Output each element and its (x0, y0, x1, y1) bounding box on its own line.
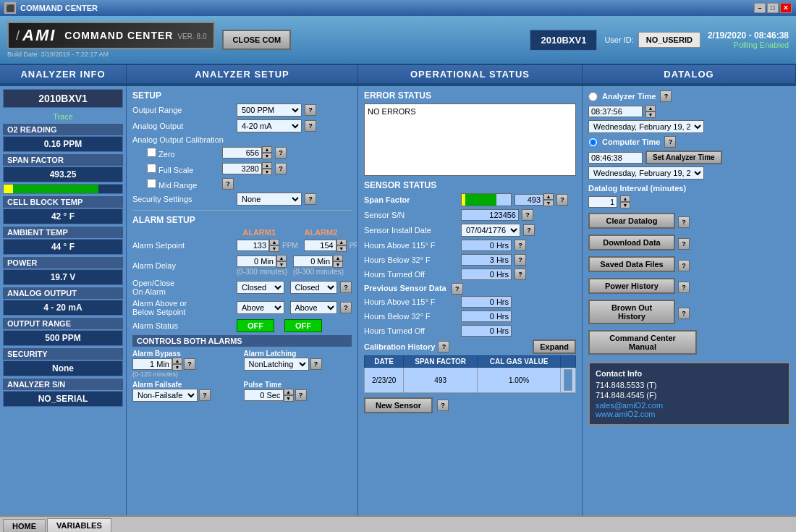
alarm2-delay-input[interactable] (293, 256, 333, 267)
hours-off-help[interactable]: ? (515, 269, 526, 280)
fullscale-input[interactable] (222, 163, 262, 174)
computer-time-input[interactable] (588, 152, 643, 164)
fullscale-up[interactable]: ▲ (262, 162, 272, 169)
above-below-help[interactable]: ? (340, 302, 352, 313)
hours-above-115-help[interactable]: ? (515, 240, 526, 251)
alarm-bypass-input[interactable] (132, 358, 172, 370)
computer-time-radio[interactable] (588, 138, 598, 147)
sensor-install-date-select[interactable]: 07/04/1776 (461, 224, 520, 237)
analyzer-date-select[interactable]: Wednesday, February 19, 2020 (588, 120, 704, 133)
hours-above-115-input[interactable] (461, 240, 512, 251)
analyzer-time-input[interactable] (588, 106, 643, 117)
download-data-help[interactable]: ? (678, 238, 690, 250)
alarm1-setpoint-up[interactable]: ▲ (269, 239, 279, 245)
set-analyzer-time-button[interactable]: Set Analyzer Time (645, 151, 722, 164)
contact-email[interactable]: sales@amiO2.com (596, 401, 783, 410)
alarm-latching-select[interactable]: NonLatchingLatching (244, 358, 309, 371)
clear-datalog-help[interactable]: ? (678, 216, 690, 228)
prev-sensor-help[interactable]: ? (452, 283, 463, 295)
download-data-button[interactable]: Download Data (588, 235, 675, 250)
new-sensor-help[interactable]: ? (437, 400, 449, 411)
analog-output-help[interactable]: ? (305, 120, 316, 132)
saved-data-help[interactable]: ? (678, 260, 690, 271)
tab-variables[interactable]: VARIABLES (47, 518, 111, 532)
alarm1-above-below-select[interactable]: AboveBelow (237, 301, 284, 314)
alarm1-open-close-select[interactable]: ClosedOpen (237, 281, 284, 294)
span-factor-help[interactable]: ? (556, 194, 568, 206)
pulse-time-up[interactable]: ▲ (284, 389, 294, 395)
alarm2-setpoint-input[interactable] (304, 240, 336, 251)
alarm-failsafe-select[interactable]: Non-FailsafeFailsafe (132, 389, 198, 402)
interval-up[interactable]: ▲ (620, 195, 630, 202)
fullscale-checkbox[interactable] (147, 164, 156, 173)
analyzer-time-down[interactable]: ▼ (645, 111, 656, 118)
prev-hours-off-input[interactable] (461, 325, 512, 337)
alarm1-delay-input[interactable] (237, 256, 276, 267)
cal-expand-button[interactable]: Expand (533, 339, 576, 354)
contact-web[interactable]: www.amiO2.com (596, 410, 783, 418)
alarm-bypass-help[interactable]: ? (184, 358, 195, 370)
analog-output-select[interactable]: 4-20 mA0-20 mA0-5V (237, 119, 302, 132)
hours-below-32-input[interactable] (461, 254, 512, 266)
alarm2-delay-up[interactable]: ▲ (333, 255, 343, 261)
analyzer-time-help[interactable]: ? (660, 90, 672, 102)
close-com-button[interactable]: CLOSE COM (222, 30, 291, 50)
new-sensor-button[interactable]: New Sensor (364, 397, 433, 413)
brown-out-button[interactable]: Brown Out History (588, 300, 675, 324)
hours-below-32-help[interactable]: ? (515, 254, 526, 266)
midrange-checkbox[interactable] (147, 179, 156, 188)
zero-help[interactable]: ? (275, 147, 287, 159)
open-close-help[interactable]: ? (340, 282, 352, 293)
alarm1-setpoint-down[interactable]: ▼ (269, 245, 279, 252)
sensor-sn-input[interactable] (461, 209, 519, 221)
brown-out-help[interactable]: ? (678, 308, 690, 319)
interval-input[interactable] (588, 196, 617, 208)
alarm-bypass-up[interactable]: ▲ (172, 358, 182, 364)
zero-input[interactable] (222, 147, 262, 159)
saved-data-button[interactable]: Saved Data Files (588, 256, 675, 272)
alarm2-open-close-select[interactable]: ClosedOpen (290, 281, 338, 294)
manual-button[interactable]: Command Center Manual (588, 330, 697, 355)
alarm2-setpoint-down[interactable]: ▼ (336, 245, 347, 252)
clear-datalog-button[interactable]: Clear Datalog (588, 213, 675, 229)
alarm1-status-button[interactable]: OFF (237, 319, 274, 332)
fullscale-down[interactable]: ▼ (262, 169, 272, 175)
prev-hours-above-input[interactable] (461, 296, 512, 308)
alarm2-delay-down[interactable]: ▼ (333, 261, 343, 268)
tab-home[interactable]: HOME (3, 519, 46, 532)
close-window-button[interactable]: ✕ (780, 3, 792, 13)
prev-hours-below-input[interactable] (461, 311, 512, 322)
computer-time-help[interactable]: ? (664, 136, 676, 148)
zero-up[interactable]: ▲ (262, 146, 272, 153)
sensor-sn-help[interactable]: ? (522, 209, 533, 221)
analyzer-time-up[interactable]: ▲ (645, 105, 656, 111)
zero-checkbox[interactable] (147, 148, 156, 157)
alarm1-delay-down[interactable]: ▼ (276, 261, 287, 268)
pulse-time-help[interactable]: ? (295, 389, 307, 401)
hours-off-input[interactable] (461, 269, 512, 280)
alarm1-setpoint-input[interactable] (237, 240, 269, 251)
computer-date-select[interactable]: Wednesday, February 19, 2020 (588, 166, 704, 180)
alarm-latching-help[interactable]: ? (310, 358, 322, 370)
pulse-time-down[interactable]: ▼ (284, 395, 294, 402)
alarm-bypass-down[interactable]: ▼ (172, 364, 182, 371)
minimize-button[interactable]: – (754, 3, 766, 13)
maximize-button[interactable]: □ (767, 3, 779, 13)
alarm2-above-below-select[interactable]: AboveBelow (290, 301, 338, 314)
sensor-install-date-help[interactable]: ? (523, 224, 535, 236)
alarm2-status-button[interactable]: OFF (284, 319, 322, 332)
alarm1-delay-up[interactable]: ▲ (276, 255, 287, 261)
span-factor-down[interactable]: ▼ (543, 200, 554, 206)
output-range-help[interactable]: ? (305, 104, 316, 116)
power-history-button[interactable]: Power History (588, 278, 675, 294)
span-factor-sensor-input[interactable] (515, 194, 543, 206)
security-settings-select[interactable]: NoneLowHigh (237, 193, 302, 206)
interval-down[interactable]: ▼ (620, 202, 630, 208)
alarm2-setpoint-up[interactable]: ▲ (336, 239, 347, 245)
output-range-select[interactable]: 500 PPM1000 PPM2000 PPM (237, 104, 302, 117)
midrange-help[interactable]: ? (222, 178, 234, 190)
power-history-help[interactable]: ? (678, 282, 690, 293)
span-factor-up[interactable]: ▲ (543, 193, 554, 200)
alarm-failsafe-help[interactable]: ? (199, 389, 211, 401)
zero-down[interactable]: ▼ (262, 153, 272, 159)
